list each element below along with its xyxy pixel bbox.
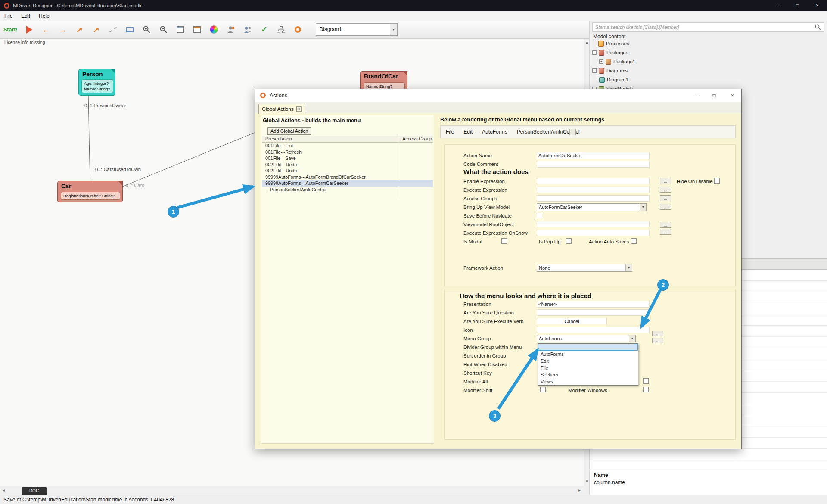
search-input[interactable] [593,25,815,30]
zoom-in-button[interactable] [142,25,152,35]
execute-expression-field[interactable] [537,187,650,193]
save-before-navigate-checkbox[interactable] [537,213,542,218]
collapse-expander-icon[interactable]: - [592,68,597,73]
modifier-alt-checkbox[interactable] [643,378,649,384]
sidebar-item-diagram1[interactable]: Diagram1 [599,76,628,84]
execute-expression-ellipsis-button[interactable]: ... [660,187,671,193]
settings-gear-button[interactable] [293,25,303,35]
tab-close-icon[interactable]: × [296,106,302,112]
table-view-button[interactable] [192,25,202,35]
list-item[interactable]: 99999AutoForms---AutoFormBrandOfCarSeeke… [262,174,433,180]
dialog-close-button[interactable]: × [723,89,741,102]
viewport-tool-button[interactable] [125,25,135,35]
sidebar-item-processes[interactable]: Processes [598,40,629,47]
association-tool-button[interactable]: ↗ [91,25,102,35]
column-access-group[interactable]: Access Group [402,136,432,141]
viewmodel-rootobject-field[interactable] [537,221,650,227]
dropdown-option-views[interactable]: Views [538,378,638,385]
framework-action-combo[interactable]: None ▼ [537,264,632,272]
viewmodel-rootobject-ellipsis-button[interactable]: ... [660,222,671,228]
list-item-selected[interactable]: 99999AutoForms---AutoFormCarSeeker [262,180,433,187]
hide-on-disable-checkbox[interactable] [714,178,720,184]
menu-group-ellipsis-button[interactable]: ... [652,331,663,336]
modifier-windows-checkbox[interactable] [643,387,649,392]
scroll-down-arrow[interactable]: ▼ [583,478,591,485]
tab-global-actions[interactable]: Global Actions × [258,104,305,114]
dashed-line-tool-button[interactable] [108,25,118,35]
start-button[interactable]: Start! [3,27,18,33]
list-item[interactable]: 001File---Save [262,155,433,162]
column-presentation[interactable]: Presentation [265,136,292,141]
menu-file[interactable]: File [0,12,17,20]
sidebar-item-diagrams[interactable]: - Diagrams [592,67,628,75]
dialog-maximize-button[interactable]: □ [705,89,723,102]
enable-expression-ellipsis-button[interactable]: ... [660,178,671,184]
sidebar-item-package1[interactable]: + Package1 [599,58,635,65]
bring-up-view-model-ellipsis-button[interactable]: ... [660,204,671,210]
scroll-left-arrow[interactable]: ◄ [0,487,7,494]
navigate-forward-button[interactable]: → [58,25,68,35]
add-global-action-button[interactable]: Add Global Action [267,127,311,135]
action-name-field[interactable]: AutoFormCarSeeker [537,152,650,159]
preview-menu-autoforms[interactable]: AutoForms [482,129,507,135]
scroll-right-arrow[interactable]: ► [576,487,583,494]
are-you-sure-execute-verb-field[interactable]: Cancel [537,318,607,324]
horizontal-scrollbar[interactable]: ◄ ► [0,486,584,495]
action-auto-saves-checkbox[interactable] [631,238,637,244]
minimize-button[interactable]: – [768,0,787,11]
expand-expander-icon[interactable]: + [599,59,603,64]
dialog-minimize-button[interactable]: – [687,89,705,102]
icon-field[interactable] [537,327,650,333]
list-item[interactable]: 002Edit---Redo [262,162,433,168]
dropdown-option-empty[interactable] [538,344,638,351]
zoom-out-button[interactable] [159,25,169,35]
execute-expression-onshow-ellipsis-button[interactable]: ... [660,229,671,235]
preview-menu-file[interactable]: File [446,129,454,135]
code-comment-field[interactable] [537,161,650,168]
presentation-field[interactable]: <Name> [537,301,650,308]
dropdown-option-edit[interactable]: Edit [538,358,638,364]
color-wheel-button[interactable] [209,25,219,35]
dropdown-option-seekers[interactable]: Seekers [538,371,638,378]
chevron-down-icon[interactable]: ▼ [629,335,635,342]
is-modal-checkbox[interactable] [501,238,507,244]
bring-up-view-model-combo[interactable]: AutoFormCarSeeker ▼ [537,203,647,211]
hierarchy-button[interactable] [276,25,286,35]
user-settings-button[interactable] [226,25,236,35]
chevron-down-icon[interactable]: ▼ [625,264,632,271]
maximize-button[interactable]: □ [787,0,807,11]
chevron-down-icon[interactable]: ▼ [640,204,646,211]
list-item[interactable]: 002Edit---Undo [262,168,433,174]
dropdown-option-autoforms[interactable]: AutoForms [538,351,638,358]
menu-group-ellipsis-button-2[interactable]: ... [652,338,663,343]
validate-button[interactable]: ✓ [259,25,270,35]
doc-tab[interactable]: DOC [22,487,47,495]
scroll-up-arrow[interactable]: ▲ [583,39,591,46]
preview-menu-edit[interactable]: Edit [463,129,473,135]
class-person[interactable]: Person Age: Integer? Name: String? [78,69,115,96]
run-play-button[interactable] [24,25,34,35]
navigate-back-button[interactable]: ← [41,25,51,35]
sidebar-item-packages[interactable]: - Packages [592,49,628,56]
menu-help[interactable]: Help [34,12,54,20]
access-groups-button[interactable] [243,25,253,35]
diagram-selector[interactable]: Diagram1 ▼ [316,23,398,36]
are-you-sure-question-field[interactable] [537,309,650,316]
calendar-view-button[interactable] [175,25,186,35]
close-button[interactable]: × [807,0,827,11]
access-groups-field[interactable] [537,195,650,202]
list-item[interactable]: 001File---Exit [262,143,433,149]
list-item[interactable]: 001File---Refresh [262,149,433,156]
enable-expression-field[interactable] [537,178,650,184]
collapse-expander-icon[interactable]: - [592,50,597,55]
execute-expression-onshow-field[interactable] [537,230,650,236]
list-item[interactable]: ---PersonSeekerIAmInControl [262,187,433,193]
pointer-tool-button[interactable]: ↗ [75,25,85,35]
menu-group-combo[interactable]: AutoForms ▼ [537,335,636,342]
search-icon[interactable] [815,24,821,30]
is-pop-up-checkbox[interactable] [566,238,572,244]
modifier-shift-checkbox[interactable] [540,387,546,392]
menu-edit[interactable]: Edit [17,12,34,20]
access-groups-ellipsis-button[interactable]: ... [660,195,671,201]
class-car[interactable]: Car RegistrationNumber: String? [57,181,123,202]
